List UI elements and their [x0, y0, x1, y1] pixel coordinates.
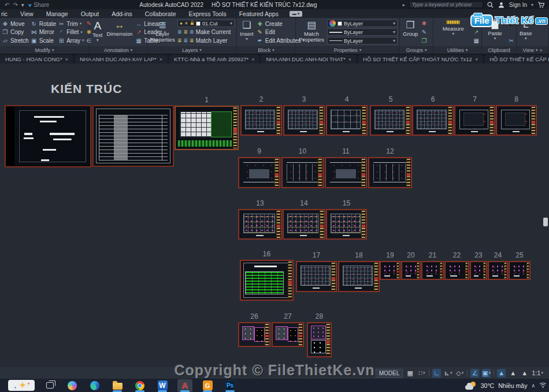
widgets-icon[interactable] — [8, 380, 35, 391]
ribbon-tab-featured-apps[interactable]: Featured Apps — [233, 10, 285, 17]
make-current-button[interactable]: ≣≣≣ Make Current — [177, 28, 235, 36]
app-store-cart-icon[interactable] — [537, 1, 544, 8]
chrome-icon[interactable] — [132, 379, 147, 392]
layer-select[interactable]: ● ☀ 01.Cut ▾ — [177, 20, 235, 27]
close-icon[interactable]: × — [475, 57, 478, 62]
weather-temp[interactable]: 30°C — [481, 382, 494, 389]
stretch-button[interactable]: ▱Stretch — [2, 36, 29, 44]
close-icon[interactable]: × — [251, 57, 254, 62]
sheet-23[interactable] — [470, 261, 487, 280]
panel-utilities-label[interactable]: Utilities▾ — [433, 46, 481, 54]
sign-in-dropdown-icon[interactable]: ▾ — [531, 2, 533, 8]
measure-button[interactable]: Measure▾ — [435, 19, 472, 45]
autoscale-icon[interactable]: ▲ — [509, 369, 517, 378]
array-button[interactable]: ⊞Array▾ — [58, 36, 84, 44]
search-input[interactable] — [409, 1, 483, 8]
sheet-10[interactable] — [281, 157, 324, 188]
ortho-mode-icon[interactable]: ∟ — [432, 369, 441, 378]
weather-condition[interactable]: Nhiều mây — [498, 382, 527, 389]
drawing-canvas[interactable]: KIẾN TRÚC 123456789101112131415161718192… — [0, 64, 549, 367]
sheet-18[interactable] — [338, 261, 380, 292]
sheet-21[interactable] — [421, 261, 444, 280]
sheet-20[interactable] — [401, 261, 421, 280]
annotation-scale-icon[interactable]: ▲ — [520, 369, 529, 378]
move-button[interactable]: ✥Move — [2, 20, 29, 28]
object-snap-tracking-icon[interactable]: ∠ — [470, 369, 479, 378]
group-button[interactable]: ❒ Group — [402, 19, 419, 45]
search-icon[interactable] — [487, 1, 494, 8]
scale-button[interactable]: ▣Scale — [31, 36, 56, 44]
panel-annotation-label[interactable]: Annotation▾ — [90, 46, 147, 54]
sheet-6[interactable] — [412, 105, 454, 136]
doc-tab[interactable]: HỒ SƠ THIẾT KẾ CẤP ĐIỆN 7x12× — [484, 55, 549, 64]
sheet-8[interactable] — [496, 105, 537, 136]
tray-expand-icon[interactable]: ∧ — [531, 383, 535, 389]
close-icon[interactable]: × — [159, 57, 162, 62]
group-select-icon[interactable]: ❐ — [421, 38, 426, 44]
doc-tab[interactable]: KTTC-Nhà a Thế Anh 250927*× — [169, 55, 259, 64]
ribbon-tab-express-tools[interactable]: Express Tools — [182, 10, 232, 17]
redo-icon[interactable]: ↷ — [13, 2, 17, 8]
photoshop-icon[interactable]: Ps — [222, 379, 238, 392]
edge-icon[interactable] — [87, 379, 102, 392]
match-layer-button[interactable]: ≣≣≣ Match Layer — [177, 36, 235, 44]
vertical-scrollbar-thumb[interactable] — [543, 218, 548, 226]
clipboard-cut-icon[interactable]: ✂ — [509, 38, 514, 44]
ribbon-tab-view[interactable]: View — [14, 10, 40, 17]
copilot-icon[interactable] — [65, 379, 80, 392]
sheet-17[interactable] — [296, 261, 337, 292]
file-explorer-icon[interactable] — [110, 379, 125, 392]
sheet-9[interactable] — [238, 157, 280, 188]
ribbon-tab-manage[interactable]: Manage — [40, 10, 75, 17]
wifi-icon[interactable] — [539, 382, 547, 389]
panel-block-label[interactable]: Block▾ — [237, 46, 295, 54]
close-icon[interactable]: × — [65, 57, 68, 62]
ribbon-tab-add-ins[interactable]: Add-ins — [105, 10, 139, 17]
sheet-27[interactable] — [272, 322, 304, 347]
sheet-12[interactable] — [368, 157, 412, 188]
panel-layers-label[interactable]: Layers▾ — [147, 46, 236, 54]
sheet-26[interactable] — [238, 322, 270, 347]
task-view-icon[interactable] — [42, 379, 57, 392]
panel-view-label[interactable]: View▾» — [517, 46, 548, 54]
sheet-cover[interactable] — [5, 105, 91, 167]
isometric-drafting-icon[interactable]: ◇▾ — [455, 369, 464, 378]
panel-modify-label[interactable]: Modify▾ — [0, 46, 89, 54]
panel-groups-label[interactable]: Groups▾ — [400, 46, 433, 54]
scale-value[interactable]: 1:1▾ — [532, 369, 543, 378]
match-properties-button[interactable]: ▤ Match Properties — [298, 19, 325, 45]
text-button[interactable]: A Text▾ — [91, 19, 103, 45]
sheet-14[interactable] — [283, 209, 325, 240]
sheet-4[interactable] — [326, 105, 368, 136]
sheet-11[interactable] — [325, 157, 367, 188]
calculator-icon[interactable]: ▦ — [474, 38, 479, 44]
doc-tab[interactable]: NHA ANH DUC ANH-NOI THAT*× — [261, 55, 357, 64]
fillet-button[interactable]: ◜Fillet▾ — [58, 28, 84, 36]
sheet-16[interactable] — [240, 260, 294, 301]
sign-in-button[interactable]: Sign In — [509, 2, 527, 8]
gstarcad-icon[interactable]: G — [200, 379, 215, 392]
trim-button[interactable]: ✂Trim▾ — [58, 20, 84, 28]
panel-properties-label[interactable]: Properties▾ — [296, 46, 399, 54]
share-button[interactable]: Share — [34, 2, 49, 8]
sheet-2[interactable] — [240, 105, 282, 136]
undo-icon[interactable]: ↶ — [5, 2, 9, 8]
grid-display-icon[interactable]: ▦ — [406, 369, 414, 378]
object-snap-icon[interactable]: ▣▾ — [482, 369, 491, 378]
doc-tab[interactable]: NHA ANH DUC ANH-XAY LAP*× — [75, 55, 168, 64]
rotate-button[interactable]: ↻Rotate — [31, 20, 56, 28]
ribbon-tab-collaborate[interactable]: Collaborate — [139, 10, 183, 17]
sheet-22[interactable] — [444, 261, 469, 280]
sheet-toc[interactable] — [92, 105, 174, 167]
object-color-select[interactable]: ByLayer ▾ — [327, 20, 398, 27]
ribbon-tab-output[interactable]: Output — [75, 10, 106, 17]
sheet-19[interactable] — [380, 261, 400, 280]
mirror-button[interactable]: ⋈Mirror — [31, 28, 56, 36]
doc-tab[interactable]: HỒ SƠ THIẾT KẾ CẤP THOÁT NƯỚC 7x12× — [358, 55, 483, 64]
sheet-7[interactable] — [454, 105, 495, 136]
panel-clipboard-label[interactable]: Clipboard — [482, 46, 516, 54]
search-expand-icon[interactable]: ▸ — [403, 2, 405, 8]
insert-button[interactable]: ❏ Insert▾ — [239, 19, 255, 45]
ribbon-tab-ric[interactable]: ric — [0, 10, 14, 17]
qat-dropdown-icon[interactable]: ▾ — [21, 2, 24, 8]
